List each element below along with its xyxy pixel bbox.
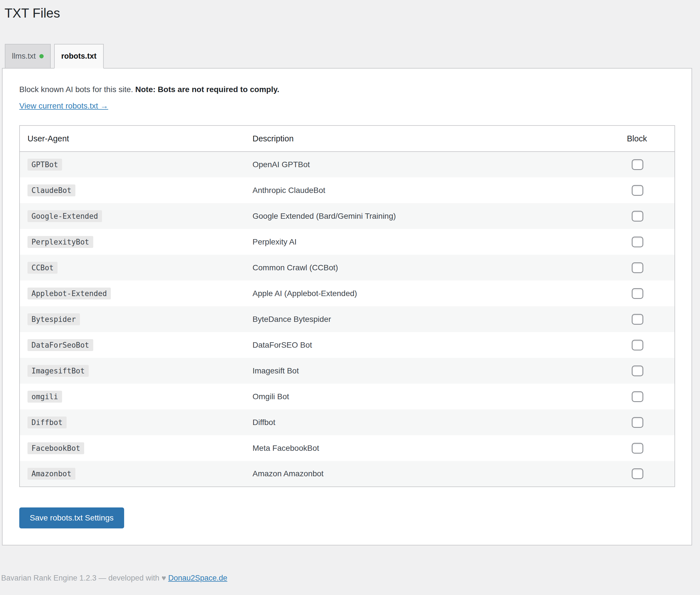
page-title: TXT Files (4, 4, 700, 22)
user-agent-cell: Bytespider (20, 306, 245, 332)
user-agent-cell: CCBot (20, 255, 245, 281)
bot-description: Google Extended (Bard/Gemini Training) (253, 211, 396, 221)
block-cell (620, 306, 675, 332)
description-cell: Amazon Amazonbot (245, 461, 620, 487)
user-agent-cell: Google-Extended (20, 203, 245, 229)
col-header-user-agent: User-Agent (20, 125, 245, 151)
block-checkbox[interactable] (632, 366, 643, 376)
table-row: Amazonbot Amazon Amazonbot (20, 461, 675, 487)
table-row: omgili Omgili Bot (20, 384, 675, 409)
block-checkbox[interactable] (632, 185, 643, 196)
table-row: FacebookBot Meta FacebookBot (20, 435, 675, 461)
table-row: ClaudeBot Anthropic ClaudeBot (20, 177, 675, 203)
footer: Bavarian Rank Engine 1.2.3 — developed w… (1, 574, 700, 583)
block-checkbox[interactable] (632, 314, 643, 325)
user-agent-badge: Bytespider (27, 313, 80, 325)
bot-description: Common Crawl (CCBot) (253, 263, 338, 272)
heart-icon: ♥ (162, 574, 166, 582)
user-agent-cell: Diffbot (20, 409, 245, 435)
user-agent-badge: CCBot (27, 262, 58, 274)
description-cell: Omgili Bot (245, 384, 620, 409)
block-checkbox[interactable] (632, 211, 643, 222)
block-checkbox[interactable] (632, 417, 643, 428)
block-cell (620, 384, 675, 409)
user-agent-badge: FacebookBot (27, 442, 84, 454)
user-agent-badge: PerplexityBot (27, 236, 93, 248)
table-row: PerplexityBot Perplexity AI (20, 229, 675, 255)
bot-description: Omgili Bot (253, 392, 289, 401)
view-link-row: View current robots.txt → (19, 100, 675, 113)
description-cell: DataForSEO Bot (245, 332, 620, 358)
description-cell: Imagesift Bot (245, 358, 620, 384)
bot-description: Meta FacebookBot (253, 444, 319, 452)
user-agent-cell: ClaudeBot (20, 177, 245, 203)
table-row: Applebot-Extended Apple AI (Applebot-Ext… (20, 281, 675, 306)
bot-description: Perplexity AI (253, 237, 297, 246)
tab-robots-txt[interactable]: robots.txt (54, 44, 104, 68)
user-agent-badge: DataForSeoBot (27, 339, 93, 351)
user-agent-badge: Google-Extended (27, 210, 102, 222)
table-row: ImagesiftBot Imagesift Bot (20, 358, 675, 384)
bot-description: Apple AI (Applebot-Extended) (253, 289, 357, 298)
save-robots-button[interactable]: Save robots.txt Settings (19, 507, 124, 529)
block-checkbox[interactable] (632, 159, 643, 170)
block-cell (620, 435, 675, 461)
block-checkbox[interactable] (632, 443, 643, 454)
block-checkbox[interactable] (632, 236, 643, 247)
footer-link[interactable]: Donau2Space.de (168, 574, 227, 582)
footer-text: Bavarian Rank Engine 1.2.3 — developed w… (1, 574, 159, 582)
col-header-description: Description (245, 125, 620, 151)
table-row: GPTBot OpenAI GPTBot (20, 151, 675, 177)
block-checkbox[interactable] (632, 262, 643, 273)
block-checkbox[interactable] (632, 469, 643, 479)
bot-description: ByteDance Bytespider (253, 315, 331, 323)
block-cell (620, 177, 675, 203)
table-row: CCBot Common Crawl (CCBot) (20, 255, 675, 281)
block-checkbox[interactable] (632, 391, 643, 402)
table-row: Bytespider ByteDance Bytespider (20, 306, 675, 332)
block-checkbox[interactable] (632, 340, 643, 350)
view-robots-link[interactable]: View current robots.txt → (19, 102, 108, 110)
bot-description: Amazon Amazonbot (253, 469, 324, 478)
block-cell (620, 461, 675, 487)
block-cell (620, 203, 675, 229)
tab-llms-txt[interactable]: llms.txt (5, 44, 51, 68)
user-agent-cell: omgili (20, 384, 245, 409)
user-agent-cell: DataForSeoBot (20, 332, 245, 358)
user-agent-badge: GPTBot (27, 159, 62, 171)
tab-robots-label: robots.txt (61, 52, 96, 61)
block-cell (620, 151, 675, 177)
user-agent-badge: ClaudeBot (27, 185, 75, 196)
user-agent-cell: Amazonbot (20, 461, 245, 487)
description-cell: Diffbot (245, 409, 620, 435)
block-checkbox[interactable] (632, 288, 643, 299)
description-cell: Meta FacebookBot (245, 435, 620, 461)
user-agent-cell: Applebot-Extended (20, 281, 245, 306)
description-cell: Google Extended (Bard/Gemini Training) (245, 203, 620, 229)
table-header-row: User-Agent Description Block (20, 125, 675, 151)
user-agent-badge: Applebot-Extended (27, 288, 111, 300)
block-cell (620, 281, 675, 306)
description-cell: Apple AI (Applebot-Extended) (245, 281, 620, 306)
user-agent-cell: ImagesiftBot (20, 358, 245, 384)
user-agent-badge: Diffbot (27, 417, 66, 428)
user-agent-badge: omgili (27, 391, 62, 403)
user-agent-badge: ImagesiftBot (27, 365, 89, 377)
bot-description: Anthropic ClaudeBot (253, 186, 325, 195)
description-cell: OpenAI GPTBot (245, 151, 620, 177)
block-cell (620, 358, 675, 384)
bot-description: Diffbot (253, 418, 275, 427)
bots-table: User-Agent Description Block GPTBot Open… (19, 125, 675, 487)
bot-description: OpenAI GPTBot (253, 160, 310, 169)
intro-note: Note: Bots are not required to comply. (135, 85, 279, 94)
description-cell: Perplexity AI (245, 229, 620, 255)
table-row: DataForSeoBot DataForSEO Bot (20, 332, 675, 358)
user-agent-cell: GPTBot (20, 151, 245, 177)
bot-table-body: GPTBot OpenAI GPTBot ClaudeBot Anthropic… (20, 151, 675, 487)
description-cell: Common Crawl (CCBot) (245, 255, 620, 281)
table-row: Google-Extended Google Extended (Bard/Ge… (20, 203, 675, 229)
user-agent-badge: Amazonbot (27, 468, 75, 480)
tab-bar: llms.txt robots.txt (5, 44, 700, 68)
block-cell (620, 255, 675, 281)
table-header: User-Agent Description Block (20, 125, 675, 151)
